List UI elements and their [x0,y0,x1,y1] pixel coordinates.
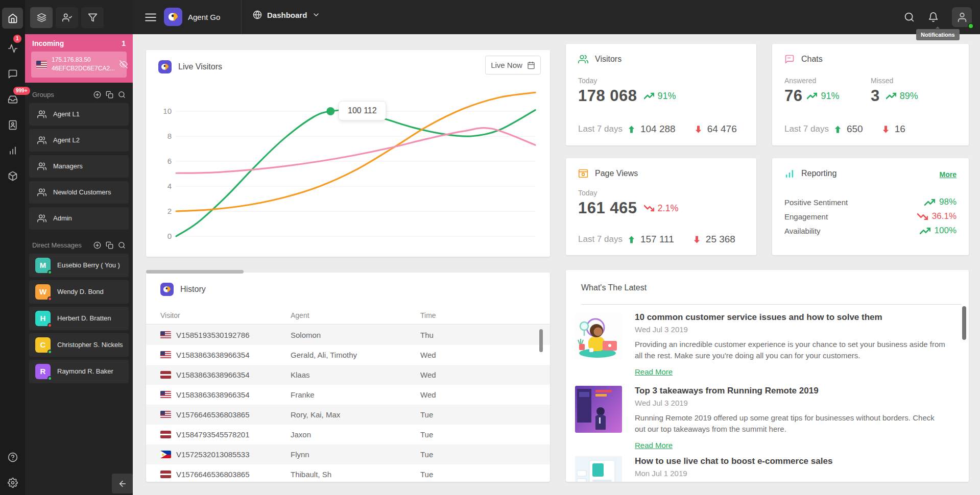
article-title[interactable]: 10 common customer service issues and ho… [635,312,946,323]
sidebar-group-agent-l1[interactable]: Agent L1 [29,103,129,126]
sidebar-group-agent-l2[interactable]: Agent L2 [29,129,129,152]
sidebar-group-admin[interactable]: Admin [29,207,129,230]
search-icon[interactable] [118,91,126,98]
sidebar-toolbar [25,0,133,34]
table-row[interactable]: V1583863638966354Gerald, Ali, TimothyWed [146,345,550,365]
table-row[interactable]: V1576646536803865Rory, Kai, MaxTue [146,405,550,425]
svg-text:2: 2 [168,207,172,215]
page-views-trend: 2.1% [658,203,679,214]
top-bar: Agent Go Dashboard [133,0,980,34]
visitors-down-value: 64 476 [707,123,737,135]
reporting-row: Engagement 36.1% [784,209,957,224]
svg-text:8: 8 [168,132,172,140]
table-scrollbar[interactable] [539,329,543,352]
rail-reports-button[interactable] [2,140,23,161]
dm-item[interactable]: WWendy D. Bond [29,280,129,304]
group-label: Agent L2 [53,136,80,144]
incoming-section: Incoming 1 175.176.83.50 46EFCB2DC6E7CA2… [25,34,133,83]
arrow-down-icon [694,125,703,134]
copy-icon[interactable] [106,241,113,249]
dm-item[interactable]: MEusebio Berry ( You ) [29,254,129,277]
table-row[interactable]: V1584793545578201JaxonTue [146,425,550,444]
user-avatar-button[interactable] [952,7,972,27]
table-row[interactable]: V1583863638966354FrankeWed [146,385,550,405]
filter-funnel-button[interactable] [81,7,104,28]
rail-home-button[interactable] [2,8,23,29]
live-now-button[interactable]: Live Now [485,56,541,75]
table-divider [146,324,550,325]
status-dot [47,270,52,275]
dm-item[interactable]: CChristopher S. Nickels [29,333,129,357]
sidebar-group-managers[interactable]: Managers [29,155,129,178]
page-views-icon [578,168,588,179]
app-logo-icon [158,60,172,73]
conversations-sidebar: Incoming 1 175.176.83.50 46EFCB2DC6E7CA2… [25,0,133,495]
article-title[interactable]: How to use live chat to boost e-commerce… [635,456,946,466]
read-more-link[interactable]: Read More [635,367,673,376]
article-date: Wed Jul 3 2019 [635,325,946,334]
menu-button[interactable] [144,11,157,24]
activity-icon [8,43,18,54]
page-views-up-value: 157 111 [640,234,674,245]
read-more-link[interactable]: Read More [635,441,673,450]
last7-label: Last 7 days [784,124,829,134]
incoming-visitor-item[interactable]: 175.176.83.50 46EFCB2DC6E7CA2... [31,52,127,78]
table-row[interactable]: V1576646536803865Thibault, ShTue [146,464,550,482]
topbar-divider [241,0,242,34]
article-thumbnail [575,312,622,359]
rail-help-button[interactable] [2,447,23,467]
calendar-icon [527,61,535,69]
horizontal-scrollbar[interactable] [146,270,244,274]
status-dot [47,323,52,328]
sidebar-group-new-old-customers[interactable]: New/old Customers [29,181,129,204]
bell-icon[interactable] [928,12,939,22]
country-flag-icon [160,471,171,478]
eye-off-icon[interactable] [119,60,128,68]
copy-icon[interactable] [106,91,113,98]
filter-layers-button[interactable] [30,7,53,28]
search-icon[interactable] [118,241,126,249]
history-card: History Visitor Agent Time V158519353019… [146,273,550,482]
nav-current-label: Dashboard [267,11,307,19]
sidebar-collapse-button[interactable] [112,474,133,493]
group-label: New/old Customers [53,188,111,196]
reporting-more-link[interactable]: More [940,170,957,179]
article-thumbnail [575,386,622,433]
arrow-up-icon [627,235,636,244]
search-icon[interactable] [904,12,915,22]
trend-up-icon [644,91,654,101]
article-title[interactable]: Top 3 takeaways from Running Remote 2019 [635,386,946,396]
latest-scrollbar[interactable] [962,306,966,340]
incoming-title: Incoming [32,39,64,47]
dashboard-nav-selector[interactable]: Dashboard [253,10,320,19]
article-excerpt: Running Remote 2019 offered up some grea… [635,412,946,435]
dm-item[interactable]: RRaymond R. Baker [29,360,129,383]
reporting-row: Positive Sentiment 98% [784,195,957,209]
trend-up-icon [924,197,935,208]
table-row[interactable]: V1572532013085533FlynnTue [146,444,550,464]
visitors-users-icon [578,54,588,64]
dm-item[interactable]: HHerbert D. Bratten [29,307,129,330]
add-dm-icon[interactable] [93,241,101,249]
status-dot [47,350,52,354]
rail-chats-button[interactable] [2,63,23,84]
add-group-icon[interactable] [93,91,101,98]
avatar: R [35,364,51,379]
incoming-count: 1 [122,39,126,47]
rail-integrations-button[interactable] [2,165,23,186]
table-row[interactable]: V1585193530192786SolomonThu [146,325,550,345]
rail-settings-button[interactable] [2,472,23,493]
rail-contacts-button[interactable] [2,114,23,135]
arrow-left-icon [118,479,127,488]
chats-missed-trend: 89% [900,91,918,102]
group-users-icon [37,162,46,171]
reporting-row: Availability 100% [784,224,957,238]
country-flag-icon [160,391,171,399]
table-row[interactable]: V1583863638966354KlaasWed [146,365,550,385]
country-flag-icon [160,371,171,379]
assigned-agents-button[interactable] [56,7,78,28]
help-icon [8,452,18,462]
contacts-icon [8,120,18,130]
user-icon [957,12,968,23]
dm-name: Wendy D. Bond [57,288,104,295]
